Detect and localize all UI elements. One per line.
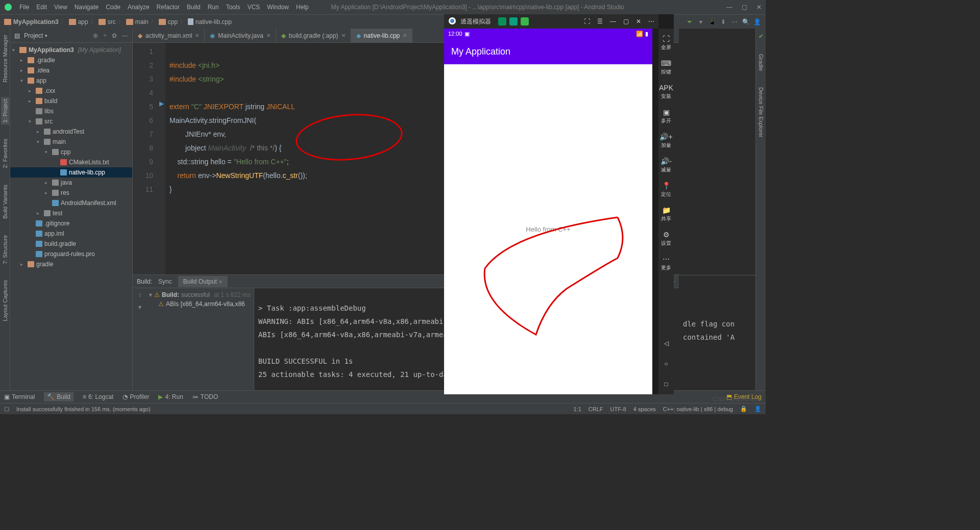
tree-row[interactable]: ▸.gradle xyxy=(10,55,132,65)
bottom-profiler[interactable]: ◔ Profiler xyxy=(122,393,149,400)
tree-row[interactable]: ▸gradle xyxy=(10,259,132,269)
emu-dot2-icon[interactable] xyxy=(509,17,518,26)
status-position[interactable]: 1:1 xyxy=(574,406,581,412)
emu-menu-icon[interactable]: ☰ xyxy=(597,18,603,25)
tree-row[interactable]: CMakeLists.txt xyxy=(10,157,132,167)
gutter-device-explorer[interactable]: Device File Explorer xyxy=(757,85,765,139)
emulator-titlebar[interactable]: 逍遥模拟器 ⛶ ☰ — ▢ ✕ ⋯ xyxy=(444,14,658,29)
emu-side-button[interactable]: 🔊+加量 xyxy=(659,130,673,152)
bottom-todo[interactable]: ≔ TODO xyxy=(192,393,218,400)
toolbar-sync-icon[interactable]: ⏷ xyxy=(685,17,694,27)
emu-side-button[interactable]: 🔊-减量 xyxy=(659,154,673,176)
menu-help[interactable]: Help xyxy=(296,4,309,11)
tab-close-icon[interactable]: ✕ xyxy=(195,33,199,38)
menu-file[interactable]: File xyxy=(19,4,29,11)
run-gutter-icon[interactable]: ▶ xyxy=(157,100,165,114)
emu-more-icon[interactable]: ⋯ xyxy=(648,18,654,25)
tree-row[interactable]: ▸.cxx xyxy=(10,86,132,96)
status-indent[interactable]: 4 spaces xyxy=(633,406,656,412)
emu-maximize-icon[interactable]: ▢ xyxy=(623,18,629,25)
tree-row[interactable]: ▸java xyxy=(10,178,132,188)
project-settings-icon[interactable]: ✿ xyxy=(112,32,117,39)
tree-root[interactable]: ▾ MyApplication3[My Application] xyxy=(10,45,132,55)
gutter-build-variants[interactable]: Build Variants xyxy=(1,183,9,221)
project-hide-icon[interactable]: — xyxy=(122,32,128,39)
gutter-project[interactable]: 1: Project xyxy=(1,97,9,124)
tree-row[interactable]: ▸.idea xyxy=(10,65,132,75)
tab-close-icon[interactable]: ✕ xyxy=(266,33,271,38)
maximize-icon[interactable]: ▢ xyxy=(742,4,747,11)
status-lock-icon[interactable]: 🔒 xyxy=(740,406,747,412)
emu-side-button[interactable]: ⌨按键 xyxy=(659,56,673,79)
tab-close-icon[interactable]: ✕ xyxy=(403,33,407,38)
nav-recent-icon[interactable]: □ xyxy=(664,381,668,388)
status-person-icon[interactable]: 👤 xyxy=(754,406,762,412)
gutter-favorites[interactable]: 2: Favorites xyxy=(1,137,9,170)
status-context[interactable]: C++: native-lib | x86 | debug xyxy=(663,406,733,412)
toolbar-search-icon[interactable]: 🔍 xyxy=(741,17,750,27)
menu-edit[interactable]: Edit xyxy=(36,4,47,11)
emu-appwindow-icon[interactable]: ⛶ xyxy=(584,18,590,25)
emu-side-button[interactable]: ⋯更多 xyxy=(659,252,673,274)
tree-row[interactable]: ▾src xyxy=(10,116,132,127)
status-eol[interactable]: CRLF xyxy=(589,406,603,412)
tab-native-lib[interactable]: ◆native-lib.cpp✕ xyxy=(351,29,413,42)
bottom-terminal[interactable]: ▣ Terminal xyxy=(4,393,35,400)
toolbar-more-icon[interactable]: ⋯ xyxy=(730,17,739,27)
toolbar-avd-icon[interactable]: 📱 xyxy=(707,17,717,27)
build-tab-output[interactable]: Build Output ✕ xyxy=(178,276,228,287)
tree-row[interactable]: native-lib.cpp xyxy=(10,167,132,178)
menu-run[interactable]: Run xyxy=(208,4,219,11)
build-tree[interactable]: ▾ ⚠ Build: successful at 1 s 822 ms ⚠ AB… xyxy=(147,288,254,390)
project-target-icon[interactable]: ⊕ xyxy=(93,32,98,39)
expand-icon[interactable]: ↕ xyxy=(138,291,141,298)
menu-tools[interactable]: Tools xyxy=(226,4,240,11)
gutter-gradle[interactable]: Gradle xyxy=(757,52,765,73)
emu-dot3-icon[interactable] xyxy=(521,17,529,26)
gutter-resource-manager[interactable]: Resource Manager xyxy=(1,33,9,85)
nav-back-icon[interactable]: ◁ xyxy=(664,340,669,347)
status-square-icon[interactable]: ▢ xyxy=(4,406,9,412)
bottom-build[interactable]: 🔨 Build xyxy=(44,392,74,401)
tree-row[interactable]: AndroidManifest.xml xyxy=(10,198,132,208)
tree-row[interactable]: ▸res xyxy=(10,188,132,198)
menu-code[interactable]: Code xyxy=(106,4,120,11)
tree-row[interactable]: ▸test xyxy=(10,208,132,218)
bottom-run[interactable]: ▶ 4: Run xyxy=(158,393,183,400)
tab-activity-main[interactable]: ◆activity_main.xml✕ xyxy=(133,29,205,42)
toolbar-profile-icon[interactable]: 👤 xyxy=(752,17,762,27)
toolbar-sdk-icon[interactable]: ⬇ xyxy=(719,17,728,27)
emulator-screen[interactable]: 12:00 ▣ 📶 ▮ My Application Hello from C+… xyxy=(444,29,652,394)
project-tree[interactable]: ▾ MyApplication3[My Application] ▸.gradl… xyxy=(10,43,132,390)
emu-close-icon[interactable]: ✕ xyxy=(636,18,641,25)
gutter-structure[interactable]: 7: Structure xyxy=(1,233,9,266)
tree-row[interactable]: ▾app xyxy=(10,75,132,86)
nav-home-icon[interactable]: ○ xyxy=(664,360,668,367)
emu-side-button[interactable]: APK安装 xyxy=(659,81,673,103)
menu-refactor[interactable]: Refactor xyxy=(157,4,180,11)
emu-side-button[interactable]: ⚙设置 xyxy=(659,228,673,250)
project-view-selector[interactable]: Project ▾ xyxy=(24,32,47,39)
tree-row[interactable]: ▾main xyxy=(10,137,132,147)
menu-analyze[interactable]: Analyze xyxy=(128,4,150,11)
crumb-src[interactable]: src xyxy=(99,18,116,26)
emu-minimize-icon[interactable]: — xyxy=(610,18,616,25)
tree-row[interactable]: libs xyxy=(10,106,132,116)
emu-side-button[interactable]: 📍定位 xyxy=(659,179,673,201)
crumb-file[interactable]: native-lib.cpp xyxy=(188,18,232,26)
emu-side-button[interactable]: 📁共享 xyxy=(659,203,673,225)
menu-window[interactable]: Window xyxy=(267,4,289,11)
gutter-layout-captures[interactable]: Layout Captures xyxy=(1,278,9,323)
tree-row[interactable]: ▾cpp xyxy=(10,147,132,157)
emu-side-button[interactable]: ⛶全屏 xyxy=(659,32,673,54)
project-collapse-icon[interactable]: ÷ xyxy=(103,32,107,39)
menu-vcs[interactable]: VCS xyxy=(248,4,260,11)
toolbar-run-config-icon[interactable]: ▾ xyxy=(696,17,705,27)
close-icon[interactable]: ✕ xyxy=(756,4,762,11)
crumb-app[interactable]: app xyxy=(69,18,88,26)
build-tab-sync[interactable]: Sync xyxy=(153,276,177,287)
tree-row[interactable]: proguard-rules.pro xyxy=(10,249,132,259)
minimize-icon[interactable]: — xyxy=(726,4,732,11)
crumb-root[interactable]: MyApplication3 xyxy=(4,18,59,26)
bottom-logcat[interactable]: ≡ 6: Logcat xyxy=(83,393,113,400)
